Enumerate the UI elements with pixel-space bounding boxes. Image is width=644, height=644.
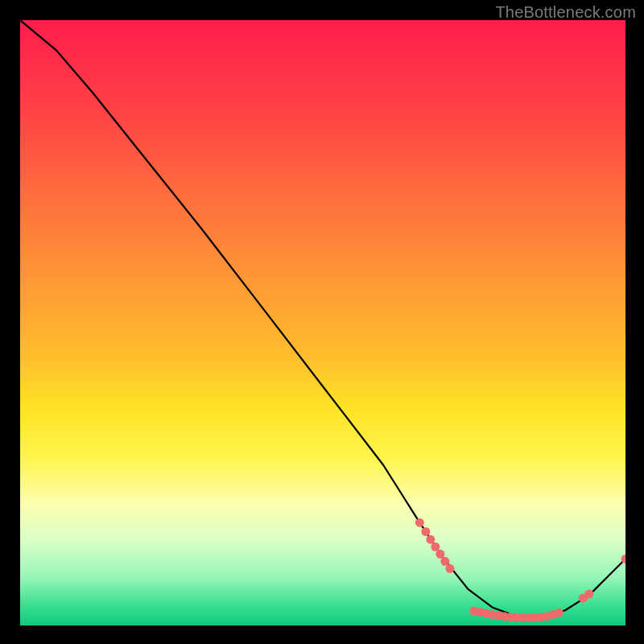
chart-markers-group [415, 518, 625, 622]
chart-stage: TheBottleneck.com [0, 0, 644, 644]
chart-marker [436, 550, 444, 559]
watermark-text: TheBottleneck.com [495, 3, 636, 22]
chart-marker [440, 557, 449, 566]
chart-marker [445, 564, 454, 573]
chart-plot-area [20, 20, 625, 625]
chart-svg [20, 20, 625, 625]
chart-curve [20, 20, 625, 617]
chart-marker [584, 589, 593, 598]
chart-marker [421, 527, 430, 536]
chart-marker [426, 535, 435, 544]
chart-marker [415, 518, 424, 527]
chart-marker [555, 609, 564, 617]
chart-marker [431, 543, 440, 551]
